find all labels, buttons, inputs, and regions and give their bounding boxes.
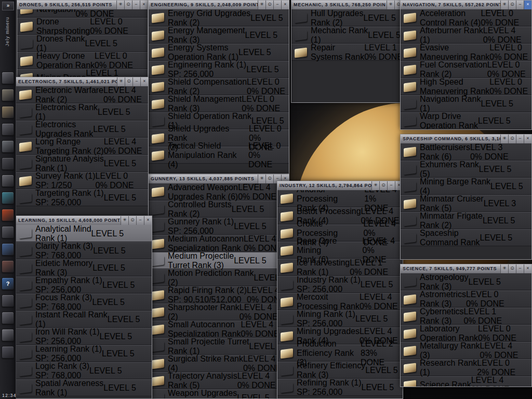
shade-icon[interactable]: ⊙ (124, 1, 132, 9)
skill-row[interactable]: AccelerationControl Rank (4) LEVEL 0 0% … (401, 9, 531, 26)
help-icon[interactable]: ? (2, 277, 14, 290)
skill-row[interactable]: Small AutocannonSpecialization Rank LEVE… (149, 321, 289, 338)
skill-row[interactable]: Spatial AwarenessRank (1) LEVEL 5 (16, 379, 152, 396)
neocom-icon-14[interactable] (2, 295, 14, 307)
window-titlebar[interactable]: MECHANIC, 3 SKILLS, 768,250 POIN ✳ ⊙ − × (291, 1, 418, 10)
close-icon[interactable]: × (281, 1, 289, 9)
close-icon[interactable]: × (524, 135, 531, 143)
window-titlebar[interactable]: LEARNING, 10 SKILLS, 4,608,000 POINT ✳ ⊙… (16, 216, 152, 225)
skill-row[interactable]: Surgical Strike Rank(4) LEVEL 4 0% DONE (149, 355, 289, 372)
skill-row[interactable]: Electronic WarfareRank (2) LEVEL 4 0% DO… (16, 86, 148, 103)
skill-row[interactable]: Electronics Rank(1) LEVEL 5 (16, 103, 148, 121)
skill-row[interactable]: Targeting Rank (1)SP: 256,000 LEVEL 5 (16, 189, 148, 206)
skill-row[interactable]: Minmatar FrigateRank (2) LEVEL 5 (401, 212, 531, 229)
skill-row[interactable]: Mining Barge Rank(4) LEVEL 5 (401, 178, 531, 195)
skill-row[interactable]: Empathy Rank (1)SP: 256,000 LEVEL 5 (16, 276, 152, 294)
neocom-icon-7[interactable] (2, 175, 14, 187)
window-titlebar[interactable]: GUNNERY, 13 SKILLS, 4,037,885 POINTS ✳ ⊙… (149, 175, 289, 184)
skill-row[interactable]: Minmatar CruiserRank (5) LEVEL 3 (401, 195, 531, 212)
skill-row[interactable]: Logic Rank (3)SP: 768,000 LEVEL 5 (16, 362, 152, 379)
shade-icon[interactable]: ⊙ (508, 1, 516, 9)
window-titlebar[interactable]: INDUSTRY, 12 SKILLS, 2,794,864 POINT ✳ ⊙… (277, 181, 403, 191)
close-icon[interactable]: × (144, 216, 152, 225)
skill-row[interactable]: Iron Will Rank (1)SP: 256,000 LEVEL 5 (16, 328, 152, 345)
pin-icon[interactable]: ✳ (121, 216, 128, 225)
neocom-icon-1[interactable] (2, 72, 14, 84)
window-titlebar[interactable]: ELECTRONICS, 7 SKILLS, 1,461,021 POIN ✳ … (16, 77, 148, 87)
skill-row[interactable]: High SpeedManeuvering Rank LEVEL 0 0% DO… (401, 78, 531, 95)
skill-row[interactable]: MercoxitProcessing Rank LEVEL 4 0% DONE (277, 293, 403, 310)
skill-row[interactable]: Rapid Firing Rank (2)SP: 90,510/512,000 … (149, 286, 289, 303)
minimize-icon[interactable]: − (516, 264, 524, 273)
shade-icon[interactable]: ⊙ (125, 77, 132, 86)
skill-row[interactable]: Refining Rank (1)SP: 256,000 LEVEL 5 (277, 379, 403, 396)
skill-row[interactable]: Navigation LEVEL 0 0% DONE (17, 9, 148, 18)
skill-row[interactable]: Energy Grid UpgradesRank (2) LEVEL 5 (149, 9, 289, 26)
skill-row[interactable]: CyberneticsRank (3) LEVEL 1 0% DONE (401, 308, 531, 325)
skill-row[interactable]: Heavy DroneOperation Rank LEVEL 0 0% DON… (17, 52, 148, 69)
skill-row[interactable]: Industry Rank (1)SP: 256,000 LEVEL 5 (277, 276, 403, 293)
skill-row[interactable]: RepairSystems Rank LEVEL 1 0% DONE (291, 44, 418, 61)
skill-row[interactable]: Navigation Rank(1) LEVEL 5 (401, 95, 531, 112)
skill-row[interactable]: Deep Core MiningRank (6) LEVEL 4 0% DONE (277, 242, 403, 259)
skill-row[interactable]: Medium AutocannonSpecialization Rank LEV… (149, 235, 289, 252)
skill-row[interactable]: Survey Rank (1)SP: 1/250 LEVEL 0 0% DONE (16, 172, 148, 189)
skill-row[interactable]: Long RangeTargeting Rank (2) LEVEL 4 0% … (16, 138, 148, 155)
skill-row[interactable]: Weapon UpgradesRank (2) LEVEL 5 (149, 389, 289, 398)
pin-icon[interactable]: ✳ (258, 1, 265, 9)
skill-row[interactable]: Shield CompensationRank (2) LEVEL 0 0% D… (149, 78, 289, 95)
shade-icon[interactable]: ⊙ (128, 216, 136, 225)
window-titlebar[interactable]: ENGINEERING, 9 SKILLS, 2,048,009 POINTS … (149, 1, 289, 10)
neocom-icon-3[interactable] (2, 106, 14, 118)
neocom-icon-6[interactable] (2, 157, 14, 170)
skill-row[interactable]: Arkonor ProcessingRank (4) LEVEL 4 1% DO… (277, 190, 403, 207)
pin-icon[interactable]: ✳ (371, 181, 379, 190)
pin-icon[interactable]: ✳ (117, 77, 125, 86)
skill-row[interactable]: Afterburner Rank(1) LEVEL 4 0% DONE (401, 26, 531, 44)
skill-row[interactable]: Engineering Rank (1)SP: 256,000 LEVEL 5 (149, 61, 289, 78)
minimize-icon[interactable]: − (132, 1, 140, 9)
skill-row[interactable]: Mining Rank (1)SP: 256,000 LEVEL 5 (277, 310, 403, 327)
minimize-icon[interactable]: − (516, 1, 524, 9)
close-icon[interactable]: × (524, 1, 531, 9)
neocom-expand-button[interactable]: » (2, 2, 14, 10)
skill-row[interactable]: AstrogeologyRank (3) LEVEL 5 (401, 273, 531, 290)
skill-row[interactable]: Shield ManagementRank (3) LEVEL 0 0% DON… (149, 95, 289, 112)
skill-row[interactable]: Analytical MindRank (1) LEVEL 5 (16, 225, 152, 242)
skill-row[interactable]: Medium ProjectileTurret Rank (3) LEVEL 5 (149, 252, 289, 269)
skill-row[interactable]: Metallurgy Rank(3) LEVEL 4 0% DONE (401, 342, 531, 359)
skill-row[interactable]: Ice HarvestingRank (1) LEVEL 1 0% DONE (277, 259, 403, 276)
window-titlebar[interactable]: SCIENCE, 7 SKILLS, 949,777 POINTS ✳ ⊙ − … (401, 264, 531, 274)
minimize-icon[interactable]: − (387, 181, 395, 190)
skill-row[interactable]: BattlecruisersRank (6) LEVEL 3 0% DONE (401, 143, 531, 161)
skill-row[interactable]: Hull UpgradesRank (2) LEVEL 5 (291, 9, 418, 26)
neocom-icon-9[interactable] (2, 209, 14, 221)
skill-row[interactable]: Sharpshooter Rank(2) LEVEL 4 0% DONE (149, 303, 289, 321)
close-icon[interactable]: × (140, 77, 148, 86)
close-icon[interactable]: × (140, 1, 148, 9)
neocom-icon-11[interactable] (2, 243, 14, 256)
neocom-icon-8[interactable] (2, 192, 14, 204)
neocom-icon-12[interactable] (2, 260, 14, 273)
shade-icon[interactable]: ⊙ (508, 264, 516, 273)
pin-icon[interactable]: ✳ (500, 135, 508, 143)
skill-row[interactable]: Small Projectile TurretRank (1) LEVEL 5 (149, 338, 289, 355)
skill-row[interactable]: SpaceshipCommand Rank LEVEL 5 (401, 229, 531, 246)
pin-icon[interactable]: ✳ (500, 264, 508, 273)
shade-icon[interactable]: ⊙ (265, 175, 273, 183)
skill-row[interactable]: Fuel ConservationRank (2) LEVEL 0 0% DON… (401, 61, 531, 78)
pin-icon[interactable]: ✳ (116, 1, 124, 9)
skill-row[interactable]: Controlled BurstsRank (2) LEVEL 5 (149, 201, 289, 218)
close-icon[interactable]: × (524, 264, 531, 273)
neocom-icon-4[interactable] (2, 123, 14, 136)
minimize-icon[interactable]: − (136, 216, 144, 225)
skill-row[interactable]: Eidetic MemoryRank (3) LEVEL 5 (16, 259, 152, 276)
neocom-icon-16[interactable] (2, 329, 14, 341)
skill-row[interactable]: Drones Rank(1) LEVEL 5 (17, 35, 148, 52)
pin-icon[interactable]: ✳ (387, 1, 394, 9)
window-titlebar[interactable]: DRONES, 9 SKILLS, 256,515 POINTS ✳ ⊙ − × (17, 1, 148, 10)
skill-row[interactable]: Warp DriveOperation Rank LEVEL 5 (401, 112, 531, 129)
skill-row[interactable]: Motion Prediction Rank(2) LEVEL 5 (149, 269, 289, 286)
pin-icon[interactable]: ✳ (500, 1, 508, 9)
skill-row[interactable]: Gunnery Rank (1)SP: 256,000 LEVEL 5 (149, 218, 289, 235)
